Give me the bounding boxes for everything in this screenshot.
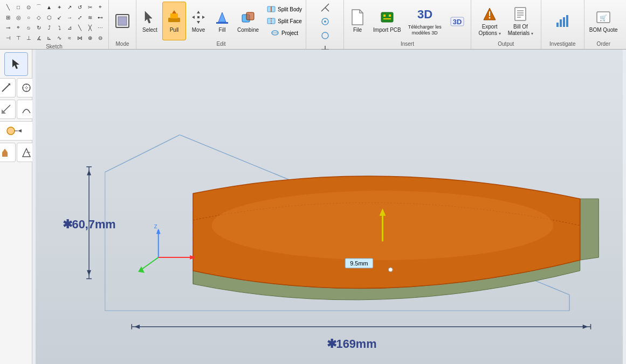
sketch-icon-15[interactable]: ⬡ bbox=[44, 12, 54, 22]
combine-button[interactable]: Combine bbox=[235, 2, 262, 40]
export-options-icon bbox=[481, 5, 498, 23]
select-icon bbox=[141, 9, 159, 26]
intersect-tool-1[interactable] bbox=[318, 1, 333, 14]
svg-text:3D: 3D bbox=[417, 8, 432, 21]
intersect-tool-3[interactable] bbox=[318, 29, 333, 42]
canvas-svg[interactable]: z 9.5mm ✱60,7mm ✱169mm bbox=[32, 50, 626, 364]
insert-section-label: Insert bbox=[401, 41, 414, 48]
select-button[interactable]: Select bbox=[139, 2, 161, 40]
sketch-icon-13[interactable]: ○ bbox=[24, 12, 33, 22]
pull-label: Pull bbox=[170, 27, 179, 33]
sketch-icon-7[interactable]: ↗ bbox=[65, 2, 74, 12]
sketch-icon-36[interactable]: ∿ bbox=[54, 33, 64, 43]
sketch-icon-38[interactable]: ⋈ bbox=[75, 33, 85, 43]
fill-icon bbox=[214, 9, 231, 26]
sketch-icon-4[interactable]: ⌒ bbox=[34, 2, 44, 12]
sketch-icon-19[interactable]: ≋ bbox=[85, 12, 95, 22]
import-pcb-button[interactable]: Import PCB bbox=[370, 2, 404, 40]
fill-label: Fill bbox=[219, 27, 226, 33]
bill-materials-button[interactable]: Bill OfMaterials ▾ bbox=[505, 2, 536, 40]
svg-rect-13 bbox=[246, 12, 254, 20]
sketch-icon-40[interactable]: ⊖ bbox=[95, 33, 105, 43]
svg-marker-55 bbox=[2, 149, 8, 152]
bill-materials-label: Bill OfMaterials ▾ bbox=[508, 24, 533, 37]
svg-point-82 bbox=[191, 256, 195, 259]
sketch-icon-9[interactable]: ✂ bbox=[85, 2, 95, 12]
sketch-icon-6[interactable]: ✦ bbox=[54, 2, 64, 12]
sketch-icon-3[interactable]: ⊙ bbox=[24, 2, 33, 12]
export-options-label: ExportOptions ▾ bbox=[478, 24, 500, 37]
svg-marker-8 bbox=[192, 16, 195, 19]
sketch-icon-1[interactable]: ╲ bbox=[3, 2, 13, 12]
sidebar-tool-5a[interactable] bbox=[0, 143, 16, 162]
svg-marker-5 bbox=[172, 10, 176, 13]
sketch-icon-8[interactable]: ↺ bbox=[75, 2, 85, 12]
sketch-icon-5[interactable]: ▲ bbox=[44, 2, 54, 12]
sidebar-tool-2a[interactable] bbox=[0, 78, 16, 97]
viewport[interactable]: Pull 1 face bbox=[32, 50, 626, 364]
svg-rect-36 bbox=[515, 8, 526, 20]
svg-line-44 bbox=[2, 84, 10, 92]
mode-button[interactable] bbox=[111, 2, 134, 40]
mode-section-label: Mode bbox=[115, 41, 129, 48]
sidebar-tool-4[interactable] bbox=[0, 121, 36, 141]
sidebar-tool-3a[interactable] bbox=[0, 100, 16, 119]
sketch-icon-28[interactable]: ╲ bbox=[75, 23, 85, 32]
intersect-tool-2[interactable] bbox=[318, 15, 333, 28]
toolbar-section-insert: File Import PCB 3D bbox=[344, 0, 471, 49]
sketch-icon-32[interactable]: ⊤ bbox=[13, 33, 23, 43]
sketch-icon-16[interactable]: ↙ bbox=[54, 12, 64, 22]
svg-text:3D: 3D bbox=[452, 18, 462, 26]
3d-button[interactable]: 3D bbox=[446, 2, 469, 40]
project-button[interactable]: Project bbox=[265, 27, 304, 38]
sketch-icon-39[interactable]: ⊕ bbox=[85, 33, 95, 43]
pull-button[interactable]: Pull bbox=[162, 2, 186, 40]
sidebar-select-tool[interactable] bbox=[4, 52, 28, 76]
svg-marker-43 bbox=[12, 59, 19, 69]
sketch-icon-2[interactable]: □ bbox=[13, 2, 23, 12]
sketch-icon-27[interactable]: ⊿ bbox=[65, 23, 74, 32]
sketch-icon-23[interactable]: ⍉ bbox=[24, 23, 33, 32]
svg-point-51 bbox=[7, 127, 15, 135]
sketch-icon-25[interactable]: ⤴ bbox=[44, 23, 54, 32]
import-pcb-label: Import PCB bbox=[373, 27, 401, 33]
svg-line-21 bbox=[325, 8, 329, 11]
move-button[interactable]: Move bbox=[187, 2, 210, 40]
bom-quote-button[interactable]: 🛒 BOM Quote bbox=[587, 2, 621, 40]
output-section-label: Output bbox=[498, 41, 514, 48]
split-face-button[interactable]: Split Face bbox=[265, 16, 304, 26]
sketch-icon-17[interactable]: → bbox=[65, 12, 74, 22]
sketch-icon-18[interactable]: ⤢ bbox=[75, 12, 85, 22]
telecharger-button[interactable]: 3D Télécharger lesmodèles 3D bbox=[405, 2, 444, 40]
sketch-icon-30[interactable]: ⋯ bbox=[95, 23, 105, 32]
sketch-icon-35[interactable]: ⊾ bbox=[44, 33, 54, 43]
move-icon bbox=[190, 9, 207, 26]
sketch-icon-21[interactable]: ⊸ bbox=[3, 23, 13, 32]
sketch-icon-29[interactable]: ╳ bbox=[85, 23, 95, 32]
order-section-label: Order bbox=[596, 41, 610, 48]
sketch-icon-31[interactable]: ⊣ bbox=[3, 33, 13, 43]
svg-point-35 bbox=[489, 17, 491, 19]
svg-point-83 bbox=[157, 230, 160, 232]
sketch-icon-37[interactable]: ≈ bbox=[65, 33, 74, 43]
sketch-icon-34[interactable]: ∡ bbox=[34, 33, 44, 43]
sketch-icon-24[interactable]: ↻ bbox=[34, 23, 44, 32]
sketch-icon-14[interactable]: ◇ bbox=[34, 12, 44, 22]
sketch-icon-20[interactable]: ⊷ bbox=[95, 12, 105, 22]
fill-button[interactable]: Fill bbox=[211, 2, 233, 40]
investigate-button[interactable] bbox=[551, 2, 574, 40]
select-label: Select bbox=[142, 27, 157, 33]
pull-icon bbox=[166, 9, 183, 26]
export-options-button[interactable]: ExportOptions ▾ bbox=[476, 2, 503, 40]
split-body-button[interactable]: Split Body bbox=[265, 4, 304, 15]
file-button[interactable]: File bbox=[346, 2, 369, 40]
sketch-icon-11[interactable]: ⊞ bbox=[3, 12, 13, 22]
sketch-icon-12[interactable]: ◎ bbox=[13, 12, 23, 22]
sketch-icon-22[interactable]: ⌖ bbox=[13, 23, 23, 32]
sketch-icon-10[interactable]: ⌖ bbox=[95, 2, 105, 12]
sketch-icon-26[interactable]: ⤵ bbox=[54, 23, 64, 32]
sketch-icon-33[interactable]: ⊥ bbox=[24, 33, 33, 43]
svg-rect-29 bbox=[389, 15, 391, 17]
svg-point-24 bbox=[322, 32, 328, 39]
main-area: Pull 1 face bbox=[0, 50, 626, 364]
